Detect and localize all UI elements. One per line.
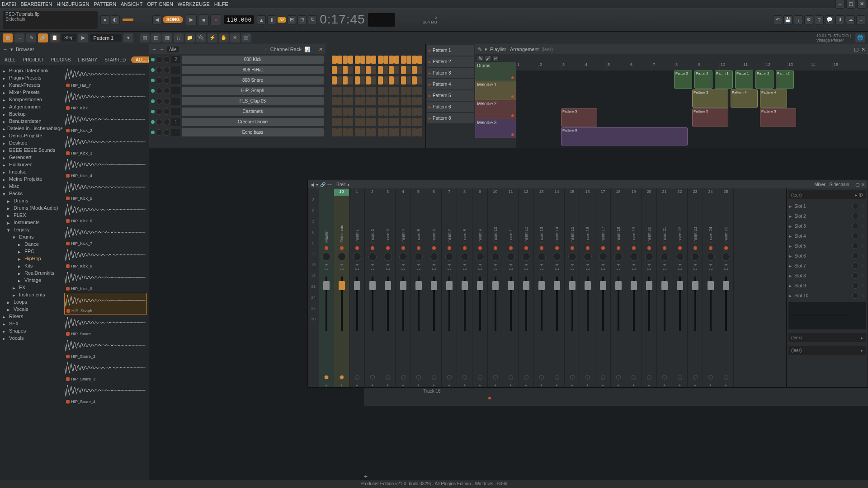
mixer-track[interactable]: 14Insert 14◂▸▸◂▴ bbox=[549, 188, 565, 387]
step-cell[interactable] bbox=[348, 97, 353, 105]
step-cell[interactable] bbox=[389, 97, 394, 105]
slot-arrow-icon[interactable]: ▸ bbox=[789, 244, 792, 249]
mixer-stereo-sep[interactable]: ◂▸▸◂ bbox=[663, 263, 666, 271]
sample-item[interactable]: HIP_Kick_6 bbox=[64, 202, 147, 224]
mixer-tracks[interactable]: Master◂▸▸◂▴10Sidechain◂▸▸◂▴1Insert 1◂▸▸◂… bbox=[319, 188, 786, 387]
mixer-send-arrow-icon[interactable]: ▴ bbox=[371, 382, 373, 387]
tree-item[interactable]: ▸Drums bbox=[1, 197, 61, 204]
input-dropdown-icon[interactable]: ▸ ⦿ bbox=[855, 192, 863, 197]
step-cell[interactable] bbox=[378, 56, 383, 64]
pattern-play-icon[interactable]: ▸ bbox=[429, 70, 431, 75]
step-cell[interactable] bbox=[371, 87, 376, 95]
cloud-icon[interactable]: ☁ bbox=[846, 15, 855, 24]
channel-vol-knob[interactable] bbox=[164, 67, 170, 73]
slot-arrow-icon[interactable]: ▸ bbox=[789, 214, 792, 219]
browser-tab-alle[interactable]: ALLE bbox=[3, 56, 17, 63]
step-cell[interactable] bbox=[401, 76, 406, 84]
mixer-track-num[interactable]: 1 bbox=[356, 189, 358, 196]
tree-item[interactable]: ▸Loops bbox=[1, 298, 61, 305]
playlist-track-header[interactable]: Drums bbox=[475, 62, 516, 81]
playlist-clip[interactable]: Pa...n 2 bbox=[674, 70, 692, 89]
mixer-mute-led[interactable] bbox=[494, 246, 497, 250]
step-cell[interactable] bbox=[355, 118, 360, 126]
step-cell[interactable] bbox=[366, 76, 371, 84]
ruler-tick[interactable]: 15 bbox=[832, 62, 855, 70]
slot-enable-led[interactable] bbox=[861, 224, 865, 228]
mixer-track-label[interactable]: Insert 12 bbox=[524, 197, 528, 243]
mixer-effect-slot[interactable]: ▸Slot 4 bbox=[787, 231, 868, 241]
channel-row[interactable]: Castanets bbox=[149, 106, 326, 117]
sample-item[interactable]: HIP_Snare bbox=[64, 315, 147, 337]
mixer-track-label[interactable]: Insert 18 bbox=[616, 197, 621, 243]
channel-route-num[interactable] bbox=[171, 98, 180, 105]
tree-item[interactable]: ▸Misc bbox=[1, 183, 61, 190]
pattern-play-icon[interactable]: ▸ bbox=[429, 82, 431, 87]
mixer-track-num[interactable]: 22 bbox=[677, 189, 682, 196]
channel-row[interactable]: Echo bass bbox=[149, 127, 326, 137]
step-cell[interactable] bbox=[360, 108, 365, 116]
mixer-output2[interactable]: (leer)▸ bbox=[788, 346, 866, 355]
mixer-fader[interactable] bbox=[538, 281, 545, 290]
mixer-mute-led[interactable] bbox=[509, 246, 513, 250]
sample-item[interactable]: HIP_Kick_4 bbox=[64, 157, 147, 179]
tree-item[interactable]: ▸Plugin-Presets bbox=[1, 74, 61, 81]
playlist-clip[interactable]: Pa...n 2 bbox=[776, 70, 794, 89]
step-cell[interactable] bbox=[360, 128, 365, 136]
mixer-send-arrow-icon[interactable]: ▴ bbox=[663, 382, 665, 387]
tree-item[interactable]: ▸FPC bbox=[1, 248, 61, 255]
step-cell[interactable] bbox=[360, 87, 365, 95]
mixer-pan-knob[interactable] bbox=[461, 253, 469, 261]
mixer-mute-led[interactable] bbox=[724, 246, 728, 250]
mixer-track[interactable]: 6Insert 6◂▸▸◂▴ bbox=[426, 188, 442, 387]
mixer-pan-knob[interactable] bbox=[707, 253, 715, 261]
mixer-track[interactable]: 15Insert 15◂▸▸◂▴ bbox=[565, 188, 580, 387]
mixer-stereo-sep[interactable]: ◂▸▸◂ bbox=[463, 263, 467, 271]
mixer-mute-led[interactable] bbox=[401, 246, 405, 250]
step-cell[interactable] bbox=[401, 97, 406, 105]
channel-route-num[interactable] bbox=[171, 77, 180, 84]
sample-item[interactable]: HIP_Hat_7 bbox=[64, 67, 147, 89]
mixer-track[interactable]: 23Insert 23◂▸▸◂▴ bbox=[688, 188, 703, 387]
step-cell[interactable] bbox=[383, 108, 388, 116]
slot-arrow-icon[interactable]: ▸ bbox=[789, 283, 792, 288]
mixer-route-dot[interactable] bbox=[493, 375, 498, 380]
mixer-pan-knob[interactable] bbox=[399, 253, 407, 261]
mixer-track-label[interactable]: Insert 6 bbox=[432, 197, 436, 243]
step-cell[interactable] bbox=[406, 87, 411, 95]
mixer-pan-knob[interactable] bbox=[522, 253, 530, 261]
step-cell[interactable] bbox=[337, 108, 342, 116]
mixer-track-num[interactable]: 18 bbox=[616, 189, 620, 196]
tree-item[interactable]: ▸Kits bbox=[1, 262, 61, 269]
step-cell[interactable] bbox=[389, 66, 394, 74]
cr-close-icon[interactable]: ✕ bbox=[319, 47, 323, 52]
mixer-send-arrow-icon[interactable]: ▴ bbox=[586, 382, 589, 387]
mixer-stereo-sep[interactable]: ◂▸▸◂ bbox=[417, 263, 420, 271]
panel-mixer-icon[interactable]: ⎍ bbox=[174, 33, 184, 42]
menu-pattern[interactable]: PATTERN bbox=[94, 1, 116, 7]
channel-mute-led[interactable] bbox=[151, 68, 155, 72]
add-track-button[interactable]: + bbox=[364, 473, 368, 480]
cr-back-icon[interactable]: ← bbox=[152, 47, 157, 52]
mixer-route-dot[interactable] bbox=[386, 375, 390, 380]
tree-item[interactable]: ▸Vocals bbox=[1, 305, 61, 313]
mixer-track[interactable]: 8Insert 8◂▸▸◂▴ bbox=[457, 188, 472, 387]
mixer-stereo-sep[interactable]: ◂▸▸◂ bbox=[325, 263, 328, 271]
mixer-track-num[interactable]: 4 bbox=[402, 189, 404, 196]
slot-mix-knob[interactable] bbox=[852, 272, 859, 279]
view-playlist-button[interactable]: ▦ bbox=[3, 33, 13, 42]
step-cell[interactable] bbox=[332, 128, 337, 136]
cr-options-icon[interactable]: ⎍ bbox=[264, 47, 268, 52]
mixer-track[interactable]: 4Insert 4◂▸▸◂▴ bbox=[396, 188, 411, 387]
channel-pan-knob[interactable] bbox=[156, 98, 162, 104]
cr-graph-icon[interactable]: 📊 bbox=[304, 47, 311, 52]
browser-tab-projekt[interactable]: PROJEKT bbox=[21, 56, 45, 63]
mixer-mute-led[interactable] bbox=[632, 246, 636, 250]
mixer-track-num[interactable]: 14 bbox=[554, 189, 559, 196]
ruler-tick[interactable]: 5 bbox=[606, 62, 629, 70]
mixer-track[interactable]: 10Sidechain◂▸▸◂▴ bbox=[334, 188, 349, 387]
mixer-view-next-icon[interactable]: ▸ bbox=[348, 182, 350, 187]
mixer-mute-led[interactable] bbox=[647, 246, 651, 250]
slot-mix-knob[interactable] bbox=[852, 213, 859, 219]
mixer-effect-slot[interactable]: ▸Slot 7 bbox=[787, 261, 868, 271]
touch-icon[interactable]: ✋ bbox=[219, 33, 229, 42]
